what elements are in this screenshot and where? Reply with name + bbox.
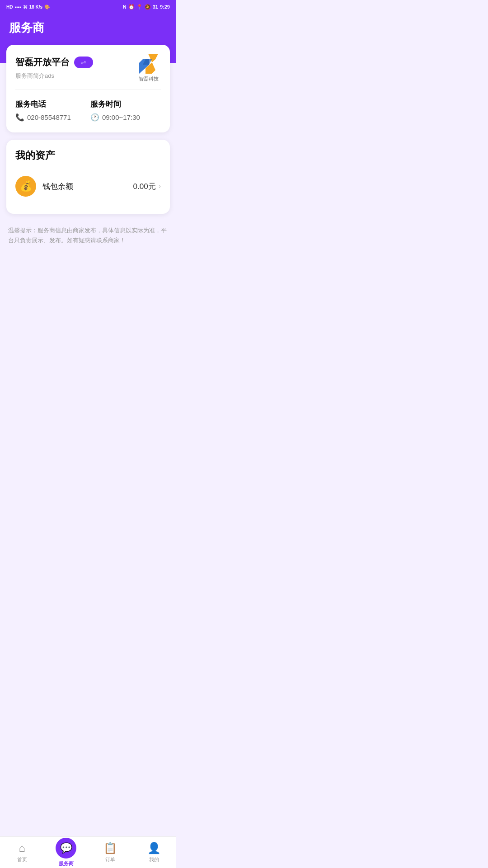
provider-name-block: 智磊开放平台 ⇌ (15, 56, 93, 68)
provider-description: 服务商简介ads (15, 72, 93, 80)
nfc-icon: N (123, 4, 127, 9)
wifi-icon: ⌘ (23, 5, 28, 9)
assets-title: 我的资产 (15, 149, 161, 162)
wallet-label: 钱包余额 (42, 181, 73, 192)
signal-icon: ▪▪▪▪ (14, 5, 21, 9)
provider-header: 智磊开放平台 ⇌ 服务商简介ads 智磊科技 (15, 54, 161, 90)
speed-text: 18 K/s (29, 5, 42, 9)
page-title: 服务商 (9, 20, 167, 36)
status-bar: HD ▪▪▪▪ ⌘ 18 K/s 🎨 N ⏰ 📍 🔕 31 9:29 (0, 0, 176, 13)
phone-label: 服务电话 (15, 99, 86, 109)
alarm-icon: ⏰ (128, 4, 135, 10)
phone-number: 020-85548771 (27, 113, 71, 121)
phone-value[interactable]: 📞 020-85548771 (15, 113, 86, 122)
hours-text: 09:00~17:30 (102, 113, 140, 121)
service-info: 服务电话 📞 020-85548771 服务时间 🕐 09:00~17:30 (15, 99, 161, 122)
notice-text: 温馨提示：服务商信息由商家发布，具体信息以实际为准，平台只负责展示、发布。如有疑… (6, 221, 170, 245)
wallet-amount: 0.00元 (133, 181, 156, 192)
hours-label: 服务时间 (90, 99, 161, 109)
provider-logo-label: 智磊科技 (139, 75, 159, 82)
swap-icon: ⇌ (81, 59, 86, 66)
hours-value: 🕐 09:00~17:30 (90, 113, 161, 122)
swap-badge[interactable]: ⇌ (74, 57, 93, 68)
phone-col: 服务电话 📞 020-85548771 (15, 99, 86, 122)
main-content: 智磊开放平台 ⇌ 服务商简介ads 智磊科技 (0, 45, 176, 245)
assets-card: 我的资产 💰 钱包余额 0.00元 › (6, 140, 170, 214)
time-text: 9:29 (160, 4, 170, 9)
status-right: N ⏰ 📍 🔕 31 9:29 (123, 4, 170, 10)
wallet-right: 0.00元 › (133, 181, 161, 192)
clock-icon: 🕐 (90, 113, 99, 122)
provider-info-left: 智磊开放平台 ⇌ 服务商简介ads (15, 56, 93, 80)
wallet-icon: 💰 (20, 180, 32, 192)
wallet-left: 💰 钱包余额 (15, 176, 73, 197)
location-icon: 📍 (136, 4, 143, 10)
provider-card: 智磊开放平台 ⇌ 服务商简介ads 智磊科技 (6, 45, 170, 132)
provider-logo-block: 智磊科技 (136, 54, 161, 82)
status-left: HD ▪▪▪▪ ⌘ 18 K/s 🎨 (6, 5, 50, 9)
provider-name: 智磊开放平台 (15, 56, 70, 68)
provider-logo (136, 54, 161, 74)
wallet-row[interactable]: 💰 钱包余额 0.00元 › (15, 170, 161, 203)
hours-col: 服务时间 🕐 09:00~17:30 (90, 99, 161, 122)
phone-icon: 📞 (15, 113, 24, 122)
battery-text: 31 (153, 4, 158, 9)
chevron-right-icon: › (159, 182, 161, 190)
hd-icon: HD (6, 5, 13, 9)
mute-icon: 🔕 (145, 4, 151, 10)
color-icon: 🎨 (44, 5, 50, 9)
wallet-icon-circle: 💰 (15, 176, 36, 197)
